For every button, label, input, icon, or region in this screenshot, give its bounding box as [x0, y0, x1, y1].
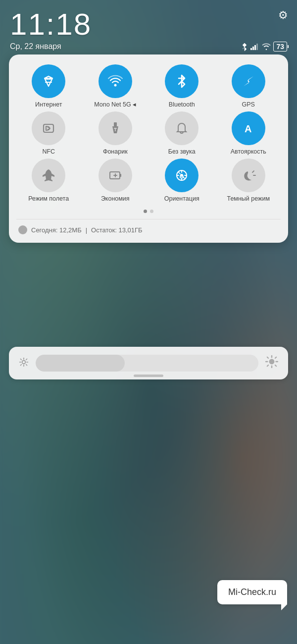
brightness-low-icon: [19, 357, 29, 370]
nfc-circle: [32, 111, 65, 145]
gps-icon: [241, 73, 256, 89]
orientation-circle: [165, 159, 198, 192]
page-dot-1[interactable]: [144, 210, 147, 213]
airplane-circle: [32, 159, 65, 192]
divider: [16, 219, 281, 219]
svg-line-24: [26, 364, 27, 365]
wifi-tile-icon: [107, 73, 123, 89]
tile-silent[interactable]: Без звука: [149, 111, 214, 156]
watermark: Mi-Check.ru: [217, 580, 287, 604]
nfc-icon: [41, 120, 56, 136]
brightness-high-icon: [265, 355, 278, 371]
bluetooth-status-icon: [241, 42, 248, 51]
svg-rect-11: [120, 174, 121, 177]
signal-icon: [250, 43, 259, 50]
tile-flashlight[interactable]: Фонарик: [83, 111, 148, 156]
autobrightness-circle: A: [232, 111, 265, 145]
swipe-indicator: [134, 375, 163, 377]
page-dot-2[interactable]: [150, 210, 153, 213]
pagination: [16, 210, 281, 213]
flashlight-label: Фонарик: [103, 148, 128, 156]
wifi-circle: [99, 64, 132, 98]
wifi-status-icon: [262, 43, 271, 50]
battery-save-icon: [107, 167, 123, 183]
brightness-fill: [36, 355, 125, 372]
tile-nfc[interactable]: NFC: [16, 111, 81, 156]
bluetooth-tile-icon: [174, 73, 190, 89]
tile-dark-mode[interactable]: Темный режим: [216, 159, 281, 203]
wifi-label: Mono Net 5G ◂: [94, 101, 136, 108]
data-remaining: Остаток: 13,01ГБ: [91, 226, 142, 234]
svg-rect-2: [254, 45, 256, 50]
silent-label: Без звука: [168, 148, 196, 156]
data-today: Сегодня: 12,2МБ: [31, 226, 82, 234]
tile-internet[interactable]: Интернет: [16, 64, 81, 108]
watermark-text: Mi-Check.ru: [228, 587, 276, 597]
svg-rect-0: [250, 48, 252, 50]
internet-label: Интернет: [35, 101, 62, 108]
tile-airplane[interactable]: Режим полета: [16, 159, 81, 203]
dark-mode-label: Темный режим: [227, 195, 270, 203]
svg-rect-5: [44, 124, 53, 132]
bluetooth-label: Bluetooth: [169, 101, 195, 108]
data-usage-row: Сегодня: 12,2МБ | Остаток: 13,01ГБ: [16, 224, 281, 235]
dark-mode-icon: [241, 167, 256, 183]
auto-a-icon: A: [241, 120, 256, 136]
tile-gps[interactable]: GPS: [216, 64, 281, 108]
bluetooth-circle: [165, 64, 198, 98]
battery-save-circle: [99, 159, 132, 192]
battery-indicator: 73: [273, 42, 287, 52]
tile-bluetooth[interactable]: Bluetooth: [149, 64, 214, 108]
data-separator: |: [86, 226, 87, 234]
svg-line-33: [275, 365, 276, 366]
svg-point-4: [114, 84, 116, 87]
flashlight-icon: [107, 120, 123, 136]
tile-orientation[interactable]: Ориентация: [149, 159, 214, 203]
svg-line-35: [267, 365, 268, 366]
status-bar: 11:18 Ср, 22 января 73: [0, 0, 297, 54]
orientation-label: Ориентация: [164, 195, 199, 203]
dark-mode-circle: [232, 159, 265, 192]
brightness-slider[interactable]: [36, 355, 258, 372]
svg-rect-3: [256, 44, 258, 50]
orientation-icon: [174, 167, 190, 183]
date-display: Ср, 22 января: [10, 42, 61, 51]
svg-line-25: [26, 359, 27, 360]
tile-battery-save[interactable]: Экономия: [83, 159, 148, 203]
tiles-grid: Интернет Mono Net 5G ◂ Blu: [16, 64, 281, 203]
svg-line-23: [21, 359, 22, 360]
nfc-label: NFC: [42, 148, 55, 156]
flashlight-circle: [99, 111, 132, 145]
svg-rect-1: [252, 47, 254, 50]
svg-point-18: [22, 360, 26, 364]
autobrightness-label: Автояркость: [231, 148, 266, 156]
internet-circle: [32, 64, 65, 98]
gps-circle: [232, 64, 265, 98]
gps-label: GPS: [242, 101, 255, 108]
svg-line-26: [21, 364, 22, 365]
svg-line-32: [267, 357, 268, 358]
bell-icon: [174, 120, 190, 136]
tile-wifi[interactable]: Mono Net 5G ◂: [83, 64, 148, 108]
svg-point-27: [269, 359, 275, 365]
sun-small-icon: [19, 357, 29, 367]
status-icons: 73: [241, 42, 287, 52]
internet-icon: [41, 73, 56, 89]
svg-text:A: A: [245, 123, 251, 134]
sun-large-icon: [265, 355, 278, 368]
tile-autobrightness[interactable]: A Автояркость: [216, 111, 281, 156]
battery-save-label: Экономия: [101, 195, 130, 203]
airplane-label: Режим полета: [28, 195, 69, 203]
svg-line-16: [252, 171, 254, 172]
quick-settings-panel: Интернет Mono Net 5G ◂ Blu: [9, 54, 288, 243]
silent-circle: [165, 111, 198, 145]
svg-line-34: [275, 357, 276, 358]
clock-time: 11:18: [10, 9, 287, 40]
airplane-icon: [41, 167, 56, 183]
data-usage-icon: [18, 225, 27, 234]
svg-rect-6: [114, 122, 117, 126]
